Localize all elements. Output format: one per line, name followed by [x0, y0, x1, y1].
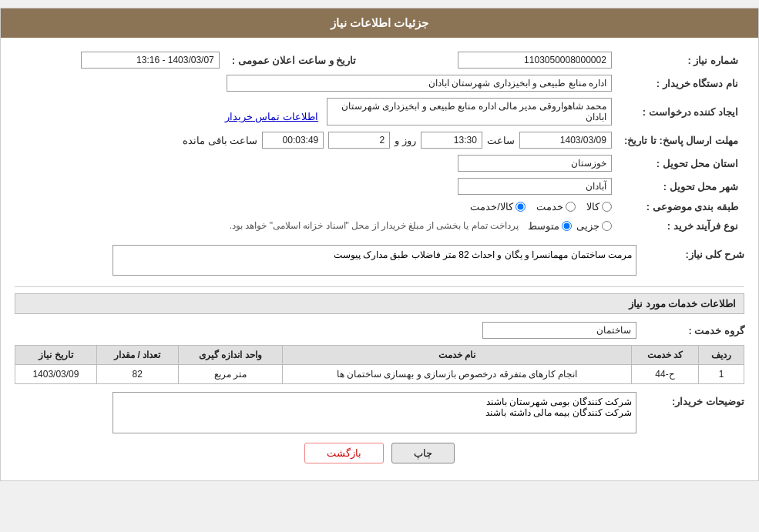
- divider-1: [15, 286, 744, 287]
- services-section-title: اطلاعات خدمات مورد نیاز: [15, 293, 744, 314]
- deadline-row: 1403/03/09 ساعت 13:30 روز و 2 00:03:49 س…: [15, 129, 618, 152]
- row-date: 1403/03/09: [15, 365, 97, 384]
- row-code: ح-44: [631, 365, 698, 384]
- buyer-notes-label: توضیحات خریدار:: [644, 392, 744, 407]
- col-header-date: تاریخ نیاز: [15, 346, 97, 365]
- city-value: آبادان: [15, 175, 618, 198]
- back-button[interactable]: بازگشت: [304, 443, 384, 463]
- row-name: انجام کارهای متفرقه درخصوص بازسازی و بهس…: [283, 365, 632, 384]
- deadline-days-field: 2: [328, 132, 390, 149]
- category-option-khedmat[interactable]: خدمت: [536, 201, 576, 212]
- purchase-motevaset-label: متوسط: [528, 220, 559, 232]
- announce-date-value: 1403/03/07 - 13:16: [15, 49, 226, 72]
- need-number-field: 1103050008000002: [458, 52, 612, 69]
- announce-date-field: 1403/03/07 - 13:16: [81, 52, 220, 69]
- requester-row: محمد شاهواروقی مدیر مالی اداره منابع طبی…: [15, 95, 618, 129]
- category-label: طبقه بندی موضوعی :: [618, 198, 744, 216]
- col-header-unit: واحد اندازه گیری: [178, 346, 283, 365]
- col-header-name: نام خدمت: [283, 346, 632, 365]
- btn-row: چاپ بازگشت: [15, 433, 744, 470]
- response-deadline-label: مهلت ارسال پاسخ: تا تاریخ:: [618, 129, 744, 152]
- city-label: شهر محل تحویل :: [618, 175, 744, 198]
- purchase-type-jozi[interactable]: جزیی: [576, 220, 612, 232]
- page-container: جزئیات اطلاعات نیاز شماره نیاز : 1103050…: [0, 8, 759, 481]
- purchase-type-row: جزیی متوسط پرداخت تمام یا بخشی از مبلغ خ…: [15, 216, 618, 236]
- buyer-org-field: اداره منابع طبیعی و ابخیزداری شهرستان اب…: [227, 75, 612, 92]
- service-group-label: گروه خدمت :: [644, 325, 744, 336]
- deadline-time-label: ساعت: [487, 135, 515, 146]
- deadline-days-label: روز و: [395, 135, 416, 146]
- col-header-row: ردیف: [698, 346, 744, 365]
- page-title: جزئیات اطلاعات نیاز: [331, 16, 428, 29]
- service-group-row: گروه خدمت : ساختمان: [15, 322, 744, 339]
- buyer-org-label: نام دستگاه خریدار :: [618, 72, 744, 95]
- deadline-time-field: 13:30: [421, 132, 482, 149]
- need-desc-section: شرح کلی نیاز:: [15, 245, 744, 276]
- services-table: ردیف کد خدمت نام خدمت واحد اندازه گیری ت…: [15, 345, 744, 384]
- province-field: خوزستان: [458, 155, 612, 172]
- need-number-label: شماره نیاز :: [618, 49, 744, 72]
- purchase-type-label: نوع فرآیند خرید :: [618, 216, 744, 236]
- category-kala-khedmat-label: کالا/خدمت: [470, 201, 513, 212]
- announce-date-label: تاریخ و ساعت اعلان عمومی :: [226, 49, 362, 72]
- need-desc-label: شرح کلی نیاز:: [644, 245, 744, 260]
- category-row: کالا خدمت کالا/خدمت: [15, 198, 618, 216]
- requester-label: ایجاد کننده درخواست :: [618, 95, 744, 129]
- requester-link[interactable]: اطلاعات تماس خریدار: [225, 111, 318, 122]
- category-option-kala-khedmat[interactable]: کالا/خدمت: [470, 201, 526, 212]
- col-header-qty: تعداد / مقدار: [96, 346, 178, 365]
- deadline-date-field: 1403/03/09: [519, 132, 612, 149]
- row-qty: 82: [96, 365, 178, 384]
- row-number: 1: [698, 365, 744, 384]
- deadline-remaining-label: ساعت باقی مانده: [183, 135, 257, 146]
- service-group-field: ساختمان: [482, 322, 636, 339]
- col-header-code: کد خدمت: [631, 346, 698, 365]
- page-header: جزئیات اطلاعات نیاز: [1, 8, 758, 38]
- print-button[interactable]: چاپ: [391, 443, 455, 463]
- need-number-value: 1103050008000002: [385, 49, 618, 72]
- form-table-top: شماره نیاز : 1103050008000002 تاریخ و سا…: [15, 49, 744, 236]
- buyer-notes-textarea[interactable]: [113, 392, 636, 433]
- buyer-notes-row: توضیحات خریدار:: [15, 392, 744, 433]
- table-row: 1 ح-44 انجام کارهای متفرقه درخصوص بازساز…: [15, 365, 744, 384]
- city-field: آبادان: [458, 178, 612, 195]
- need-desc-textarea[interactable]: [113, 245, 636, 276]
- content-area: شماره نیاز : 1103050008000002 تاریخ و سا…: [1, 38, 758, 480]
- province-label: استان محل تحویل :: [618, 152, 744, 175]
- category-kala-label: کالا: [586, 201, 599, 212]
- category-option-kala[interactable]: کالا: [586, 201, 612, 212]
- deadline-remaining-field: 00:03:49: [262, 132, 324, 149]
- province-value: خوزستان: [15, 152, 618, 175]
- buyer-org-value: اداره منابع طبیعی و ابخیزداری شهرستان اب…: [15, 72, 618, 95]
- purchase-type-motevaset[interactable]: متوسط: [528, 220, 572, 232]
- purchase-jozi-label: جزیی: [576, 220, 599, 232]
- row-unit: متر مربع: [178, 365, 283, 384]
- requester-field: محمد شاهواروقی مدیر مالی اداره منابع طبی…: [327, 98, 612, 125]
- purchase-notice: پرداخت تمام یا بخشی از مبلغ خریدار از مح…: [225, 219, 523, 233]
- category-khedmat-label: خدمت: [536, 201, 563, 212]
